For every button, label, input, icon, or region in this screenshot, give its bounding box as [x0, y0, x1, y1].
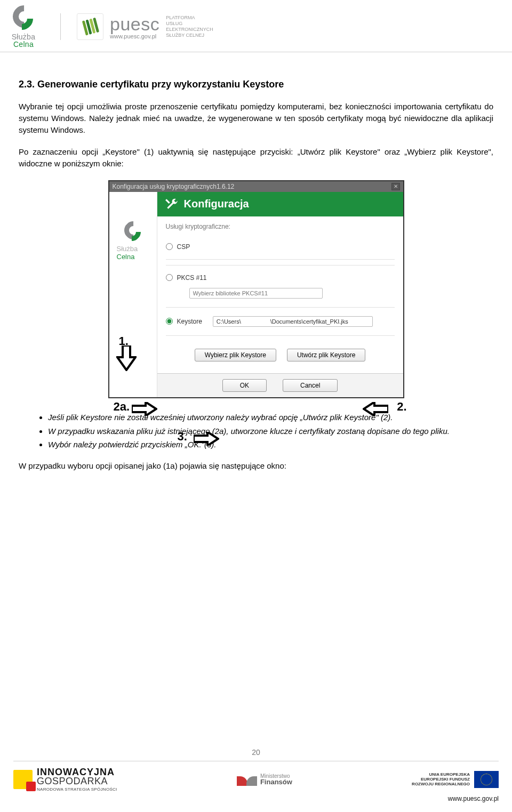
- list-item: W przypadku wskazania pliku już istnieją…: [48, 425, 493, 437]
- annotation-marker-3: 3.: [178, 430, 187, 444]
- ig-title-2: GOSPODARKA: [37, 776, 117, 787]
- arrow-left-icon: [363, 402, 388, 416]
- page-number: 20: [13, 748, 499, 757]
- sc-mark-icon: [11, 5, 36, 31]
- ue-line-1: UNIA EUROPEJSKA: [412, 772, 470, 777]
- close-icon[interactable]: ✕: [391, 183, 400, 190]
- radio-pkcs11[interactable]: PKCS #11: [166, 271, 395, 285]
- annotation-marker-2a: 2a.: [114, 400, 130, 414]
- ministerstwo-finansow-icon: [237, 773, 257, 786]
- puesc-title: puesc: [110, 14, 159, 35]
- dialog-sidebar-logo-icon: [123, 221, 143, 242]
- dialog-services-label: Usługi kryptograficzne:: [166, 223, 395, 230]
- dialog-sidebar-label-2: Celna: [117, 253, 153, 261]
- radio-csp-label: CSP: [177, 243, 190, 251]
- list-item: Wybór należy potwierdzić przyciskiem „OK…: [48, 439, 493, 451]
- cancel-button[interactable]: Cancel: [283, 379, 338, 392]
- footer-left-logo: INNOWACYJNA GOSPODARKA NARODOWA STRATEGI…: [13, 767, 117, 792]
- dialog-header: Konfiguracja: [157, 192, 403, 216]
- footer-right-logo: UNIA EUROPEJSKA EUROPEJSKI FUNDUSZ ROZWO…: [412, 771, 499, 788]
- radio-pkcs11-label: PKCS #11: [177, 274, 207, 282]
- select-keystore-button[interactable]: Wybierz plik Keystore: [195, 349, 276, 361]
- arrow-down-icon: [116, 345, 137, 371]
- wrench-icon: [165, 197, 179, 211]
- paragraph-1: Wybranie tej opcji umożliwia proste prze…: [19, 101, 493, 135]
- radio-keystore[interactable]: Keystore: [166, 313, 395, 330]
- eu-flag-icon: [474, 771, 499, 788]
- pkcs11-lib-input[interactable]: [189, 288, 323, 299]
- divider: [166, 335, 395, 336]
- page-header: Służba Celna puesc www.puesc.gov.pl PLAT…: [0, 0, 512, 51]
- arrow-right-icon: [194, 432, 219, 446]
- sc-label-1: Służba: [12, 33, 36, 41]
- mf-label-2: Finansów: [260, 778, 292, 786]
- dialog-sidebar-label-1: Służba: [117, 245, 153, 253]
- annotation-marker-2: 2.: [397, 400, 406, 414]
- sc-label-2: Celna: [13, 41, 34, 48]
- divider: [166, 307, 395, 308]
- paragraph-after: W przypadku wyboru opcji opisanej jako (…: [19, 461, 493, 470]
- dialog-titlebar: Konfiguracja usług kryptograficznych1.6.…: [109, 181, 403, 192]
- puesc-subtitle: PLATFORMA USŁUG ELEKTRONICZNYCH SŁUŻBY C…: [166, 15, 213, 38]
- dialog-screenshot: Konfiguracja usług kryptograficznych1.6.…: [108, 180, 404, 398]
- puesc-url: www.puesc.gov.pl: [110, 33, 159, 39]
- create-keystore-button[interactable]: Utwórz plik Keystore: [287, 349, 365, 361]
- innowacyjna-gospodarka-icon: [13, 770, 33, 789]
- puesc-icon: [77, 13, 103, 40]
- page-footer: 20 INNOWACYJNA GOSPODARKA NARODOWA STRAT…: [0, 748, 512, 802]
- ig-subtitle: NARODOWA STRATEGIA SPÓJNOŚCI: [37, 787, 117, 792]
- ok-button[interactable]: OK: [222, 379, 267, 392]
- radio-keystore-label: Keystore: [177, 318, 202, 325]
- sluzba-celna-logo: Służba Celna: [11, 5, 36, 48]
- keystore-path-input[interactable]: [213, 316, 373, 327]
- dialog-header-title: Konfiguracja: [184, 198, 249, 210]
- section-heading: 2.3. Generowanie certyfikatu przy wykorz…: [19, 79, 493, 90]
- paragraph-2: Po zaznaczeniu opcji „Keystore" (1) uakt…: [19, 146, 493, 170]
- dialog-title: Konfiguracja usług kryptograficznych1.6.…: [113, 183, 235, 190]
- footer-url: www.puesc.gov.pl: [13, 795, 499, 802]
- divider: [166, 265, 395, 266]
- ue-line-3: ROZWOJU REGIONALNEGO: [412, 782, 470, 786]
- puesc-logo-block: puesc www.puesc.gov.pl PLATFORMA USŁUG E…: [60, 13, 213, 40]
- arrow-right-icon: [132, 402, 157, 416]
- radio-csp[interactable]: CSP: [166, 240, 395, 254]
- footer-center-logo: Ministerstwo Finansów: [237, 773, 292, 786]
- page-content: 2.3. Generowanie certyfikatu przy wykorz…: [0, 52, 512, 470]
- ue-line-2: EUROPEJSKI FUNDUSZ: [412, 777, 470, 782]
- instruction-list: Jeśli plik Keystore nie został wcześniej…: [19, 412, 493, 451]
- divider: [166, 259, 395, 260]
